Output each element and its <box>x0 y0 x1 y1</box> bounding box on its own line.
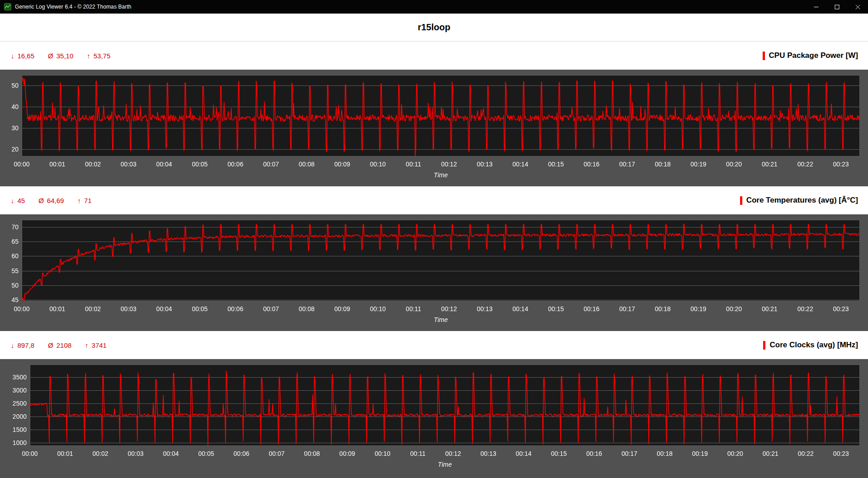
stat-max: ↑ 71 <box>77 197 91 204</box>
chart-title: CPU Package Power [W] <box>769 51 858 60</box>
stat-min: ↓ 45 <box>11 197 25 204</box>
min-arrow-icon: ↓ <box>11 341 14 349</box>
chart-canvas-core-temperatures[interactable] <box>0 214 868 331</box>
max-value: 53,75 <box>94 52 111 60</box>
min-arrow-icon: ↓ <box>11 52 14 60</box>
stat-min: ↓ 16,65 <box>11 52 34 60</box>
chart-title: Core Temperatures (avg) [Â°C] <box>746 196 858 205</box>
minimize-button[interactable] <box>806 0 826 14</box>
window-controls <box>806 0 868 14</box>
stat-avg: Ø 35,10 <box>48 52 73 60</box>
avg-value: 64,69 <box>47 197 64 204</box>
avg-icon: Ø <box>38 197 44 204</box>
close-button[interactable] <box>847 0 868 14</box>
window-title: Generic Log Viewer 6.4 - © 2022 Thomas B… <box>15 4 132 10</box>
stats-group: ↓ 16,65 Ø 35,10 ↑ 53,75 <box>11 52 110 60</box>
chart-canvas-cpu-package-power[interactable] <box>0 70 868 186</box>
log-title: r15loop <box>418 22 450 33</box>
chart-area-core-temperatures: 45505560657000:0000:0100:0200:0300:0400:… <box>0 214 868 331</box>
max-arrow-icon: ↑ <box>77 197 81 204</box>
log-header: r15loop <box>0 14 868 42</box>
series-legend: Core Clocks (avg) [MHz] <box>763 341 858 350</box>
legend-color-bar <box>763 341 765 350</box>
max-value: 3741 <box>92 341 107 349</box>
avg-value: 35,10 <box>57 52 74 60</box>
max-value: 71 <box>84 197 92 204</box>
stats-bar-temperature: ↓ 45 Ø 64,69 ↑ 71 Core Temperatures (avg… <box>0 186 868 214</box>
max-arrow-icon: ↑ <box>85 341 89 349</box>
stats-bar-clocks: ↓ 897,8 Ø 2108 ↑ 3741 Core Clocks (avg) … <box>0 331 868 359</box>
section-core-temperatures: ↓ 45 Ø 64,69 ↑ 71 Core Temperatures (avg… <box>0 186 868 331</box>
titlebar: Generic Log Viewer 6.4 - © 2022 Thomas B… <box>0 0 868 14</box>
stats-group: ↓ 897,8 Ø 2108 ↑ 3741 <box>11 341 107 349</box>
series-legend: Core Temperatures (avg) [Â°C] <box>740 196 858 205</box>
min-arrow-icon: ↓ <box>11 197 14 204</box>
section-cpu-package-power: ↓ 16,65 Ø 35,10 ↑ 53,75 CPU Package Powe… <box>0 42 868 186</box>
stat-max: ↑ 53,75 <box>87 52 110 60</box>
avg-icon: Ø <box>48 52 53 60</box>
min-value: 897,8 <box>18 341 35 349</box>
avg-value: 2108 <box>57 341 71 349</box>
min-value: 45 <box>18 197 25 204</box>
app-window: Generic Log Viewer 6.4 - © 2022 Thomas B… <box>0 0 868 478</box>
chart-area-cpu-package-power: 2030405000:0000:0100:0200:0300:0400:0500… <box>0 70 868 186</box>
maximize-button[interactable] <box>826 0 847 14</box>
series-legend: CPU Package Power [W] <box>763 51 858 60</box>
chart-title: Core Clocks (avg) [MHz] <box>769 341 858 350</box>
avg-icon: Ø <box>48 341 53 349</box>
stats-bar-power: ↓ 16,65 Ø 35,10 ↑ 53,75 CPU Package Powe… <box>0 42 868 70</box>
section-core-clocks: ↓ 897,8 Ø 2108 ↑ 3741 Core Clocks (avg) … <box>0 331 868 478</box>
legend-color-bar <box>763 52 765 60</box>
chart-canvas-core-clocks[interactable] <box>0 359 868 478</box>
chart-area-core-clocks: 10001500200025003000350000:0000:0100:020… <box>0 359 868 478</box>
app-icon <box>4 3 11 10</box>
legend-color-bar <box>740 196 742 205</box>
stat-max: ↑ 3741 <box>85 341 107 349</box>
max-arrow-icon: ↑ <box>87 52 90 60</box>
stats-group: ↓ 45 Ø 64,69 ↑ 71 <box>11 197 92 204</box>
stat-avg: Ø 2108 <box>48 341 71 349</box>
stat-min: ↓ 897,8 <box>11 341 34 349</box>
min-value: 16,65 <box>18 52 35 60</box>
stat-avg: Ø 64,69 <box>38 197 64 204</box>
